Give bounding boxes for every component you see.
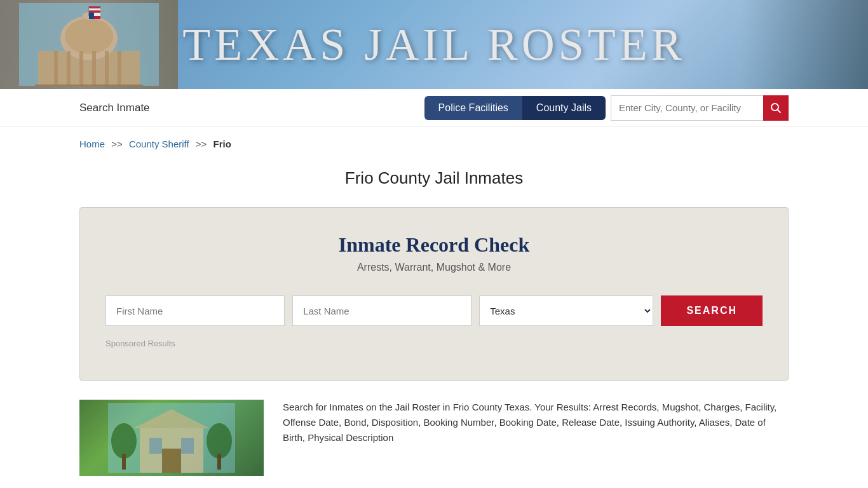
bottom-courthouse-image — [79, 400, 264, 476]
last-name-input[interactable] — [292, 295, 471, 326]
sponsored-results-label: Sponsored Results — [105, 339, 763, 348]
nav-search-box — [611, 95, 789, 121]
svg-point-29 — [111, 423, 137, 459]
record-check-subtitle: Arrests, Warrant, Mugshot & More — [105, 262, 763, 273]
svg-rect-11 — [118, 51, 121, 86]
svg-point-31 — [207, 423, 232, 459]
svg-rect-7 — [67, 51, 71, 86]
page-title: Frio County Jail Inmates — [0, 168, 868, 188]
svg-rect-6 — [54, 51, 58, 86]
breadcrumb: Home >> County Sheriff >> Frio — [0, 127, 868, 156]
state-select[interactable]: AlabamaAlaskaArizonaArkansasCaliforniaCo… — [479, 295, 653, 326]
record-check-title: Inmate Record Check — [105, 233, 763, 257]
capitol-svg — [19, 3, 159, 86]
capitol-image — [0, 0, 178, 89]
main-content: Inmate Record Check Arrests, Warrant, Mu… — [0, 207, 868, 381]
svg-rect-8 — [79, 51, 83, 86]
navbar: Search Inmate Police Facilities County J… — [0, 89, 868, 127]
svg-rect-28 — [162, 449, 181, 473]
key-image-overlay — [741, 0, 868, 89]
record-search-button[interactable]: SEARCH — [661, 295, 763, 326]
breadcrumb-home[interactable]: Home — [79, 139, 105, 149]
svg-rect-10 — [105, 51, 109, 86]
record-check-box: Inmate Record Check Arrests, Warrant, Mu… — [79, 207, 789, 381]
svg-rect-9 — [92, 51, 96, 86]
breadcrumb-county-sheriff[interactable]: County Sheriff — [129, 139, 189, 149]
svg-rect-20 — [94, 16, 100, 19]
svg-rect-12 — [35, 85, 143, 86]
courthouse-visual — [79, 400, 264, 476]
bottom-description: Search for Inmates on the Jail Roster in… — [283, 400, 789, 476]
search-icon — [770, 102, 782, 114]
svg-rect-16 — [89, 8, 100, 10]
nav-buttons: Police Facilities County Jails — [424, 96, 606, 120]
police-facilities-button[interactable]: Police Facilities — [424, 96, 522, 120]
bottom-section: Search for Inmates on the Jail Roster in… — [0, 400, 868, 476]
svg-rect-32 — [217, 454, 221, 470]
courthouse-trees-svg — [108, 403, 235, 473]
nav-search-button[interactable] — [763, 95, 789, 121]
svg-rect-15 — [89, 6, 100, 8]
svg-rect-26 — [149, 438, 162, 454]
county-jails-button[interactable]: County Jails — [522, 96, 606, 120]
banner-title: Texas Jail Roster — [182, 18, 685, 71]
svg-rect-17 — [89, 11, 100, 13]
breadcrumb-current: Frio — [214, 139, 231, 149]
nav-search-input[interactable] — [611, 95, 763, 121]
breadcrumb-sep-1: >> — [111, 139, 123, 149]
search-inmate-label: Search Inmate — [79, 102, 150, 114]
record-check-form: AlabamaAlaskaArizonaArkansasCaliforniaCo… — [105, 295, 763, 326]
header-banner: Texas Jail Roster — [0, 0, 868, 89]
svg-rect-27 — [181, 438, 194, 454]
svg-rect-30 — [122, 454, 126, 470]
svg-line-22 — [778, 109, 781, 112]
breadcrumb-sep-2: >> — [196, 139, 207, 149]
first-name-input[interactable] — [105, 295, 285, 326]
